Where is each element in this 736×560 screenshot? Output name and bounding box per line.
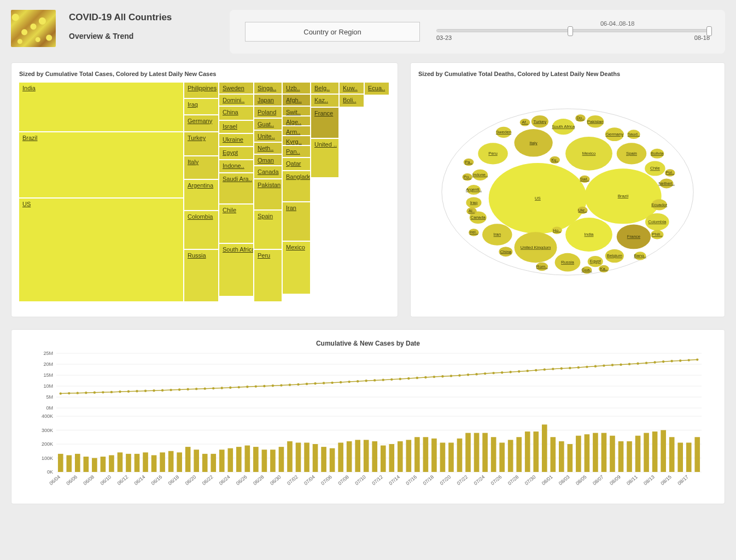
bubble-node[interactable]: Pol..	[665, 169, 675, 176]
treemap-cell[interactable]: Germany	[184, 115, 218, 132]
treemap-cell[interactable]: US	[19, 199, 183, 301]
date-range-slider[interactable]: 06-04..08-18 03-23 08-18	[436, 22, 710, 41]
treemap-cell[interactable]: Italy	[184, 156, 218, 179]
treemap-cell[interactable]: Iran	[283, 202, 310, 241]
treemap-cell[interactable]: Oman	[254, 155, 282, 166]
bubble-node[interactable]: Russia	[555, 253, 581, 272]
treemap-cell[interactable]: Neth..	[254, 143, 282, 154]
bubble-node[interactable]: Mexico	[565, 137, 612, 171]
treemap-cell[interactable]: Colombia	[184, 211, 218, 249]
treemap-cell[interactable]: Swit..	[283, 107, 310, 115]
treemap-cell[interactable]: Sweden	[219, 83, 253, 94]
treemap-cell[interactable]: Egypt	[219, 147, 253, 159]
treemap-cell[interactable]: Poland	[254, 107, 282, 118]
bubble-node[interactable]: Swi..	[580, 176, 590, 183]
treemap-cell[interactable]: China	[219, 107, 253, 120]
bubble-node[interactable]: France	[617, 224, 651, 249]
bubble-node[interactable]: Argenti..	[466, 185, 482, 195]
treemap-cell[interactable]: Iraq	[184, 99, 218, 114]
bubble-node[interactable]: Saud..	[627, 130, 640, 139]
treemap-panel: Sized by Cumulative Total Cases, Colored…	[11, 62, 398, 317]
bubble-node[interactable]: Egypt	[588, 256, 603, 267]
treemap-cell[interactable]: Banglade..	[283, 171, 310, 201]
treemap-cell[interactable]: Israel	[219, 121, 253, 133]
bubble-node[interactable]: Irel..	[469, 229, 479, 236]
bubble-node[interactable]: Chile	[645, 161, 665, 176]
slider-handle-right[interactable]	[706, 26, 712, 36]
bubble-node[interactable]: Pakistan	[587, 115, 604, 127]
treemap-chart[interactable]: IndiaBrazilUSPhilippinesIraqGermanyTurke…	[19, 83, 390, 301]
bubble-chart[interactable]: USBrazilMexicoIndiaUnited KingdomItalyFr…	[418, 83, 717, 301]
slider-track[interactable]	[436, 29, 710, 32]
bubble-node[interactable]: Iran	[482, 224, 512, 245]
bubble-node[interactable]: Turkey	[531, 115, 548, 127]
bubble-node[interactable]: Ky..	[550, 156, 560, 164]
treemap-cell[interactable]: Pakistan	[254, 179, 282, 209]
treemap-cell[interactable]: Unite..	[254, 131, 282, 142]
treemap-cell[interactable]: India	[19, 83, 183, 131]
treemap-cell[interactable]: Saudi Ara..	[219, 173, 253, 203]
bubble-node[interactable]: Pa..	[464, 159, 474, 166]
treemap-cell[interactable]: Kaz..	[311, 95, 338, 107]
treemap-cell[interactable]: Singa..	[254, 83, 282, 94]
treemap-cell[interactable]: Pan..	[283, 146, 310, 157]
treemap-cell[interactable]: Belg..	[311, 83, 338, 94]
slider-handle-left[interactable]	[568, 26, 573, 36]
treemap-cell[interactable]: Kuw..	[340, 83, 364, 94]
treemap-cell[interactable]: Spain	[254, 211, 282, 249]
bubble-node[interactable]: Po..	[462, 173, 472, 180]
treemap-cell[interactable]: France	[311, 108, 338, 138]
treemap-cell[interactable]: Ukraine	[219, 134, 253, 146]
bubble-node[interactable]: Do..	[575, 114, 586, 121]
combo-chart[interactable]: 0M5M10M15M20M25M0K100K200K300K400K06/040…	[21, 351, 715, 493]
treemap-cell[interactable]: Indone..	[219, 160, 253, 172]
treemap-cell[interactable]: Afgh..	[283, 95, 310, 106]
treemap-cell[interactable]: United ..	[311, 139, 338, 177]
treemap-cell[interactable]: Boli..	[340, 95, 364, 107]
bubble-node[interactable]: China	[499, 247, 512, 256]
bubble-node[interactable]: Bang..	[634, 252, 646, 260]
treemap-cell[interactable]: Arm..	[283, 126, 310, 135]
bubble-node[interactable]: Bolivia	[650, 149, 664, 159]
bubble-node[interactable]: Netherl..	[658, 178, 674, 188]
bubble-node[interactable]: United Kingdom	[515, 232, 557, 262]
bubble-node[interactable]: Iraq	[466, 197, 481, 208]
treemap-cell[interactable]: Chile	[219, 205, 253, 243]
bubble-node[interactable]: Phili..	[651, 230, 663, 240]
treemap-cell[interactable]: Kyrg..	[283, 136, 310, 145]
country-filter-button[interactable]: Country or Region	[245, 22, 420, 42]
treemap-cell[interactable]: Mexico	[283, 242, 310, 294]
bubble-node[interactable]: Peru	[478, 143, 508, 164]
treemap-cell[interactable]: Uzb..	[283, 83, 310, 94]
bubble-node[interactable]: South Africa	[552, 119, 575, 135]
bubble-node[interactable]: Gua..	[582, 266, 592, 273]
bubble-node[interactable]: Spain	[617, 143, 647, 164]
bubble-node[interactable]: Rom..	[536, 262, 548, 271]
bubble-node[interactable]: Af..	[520, 119, 530, 126]
bubble-node[interactable]: Colombia	[645, 213, 669, 230]
treemap-cell[interactable]: Guat..	[254, 119, 282, 130]
treemap-cell[interactable]: Philippines	[184, 83, 218, 98]
treemap-cell[interactable]: Canada	[254, 166, 282, 178]
bubble-node[interactable]: Ukr..	[577, 207, 588, 214]
treemap-cell[interactable]: South Africa	[219, 244, 253, 296]
treemap-cell[interactable]: Domini..	[219, 95, 253, 106]
bubble-node[interactable]: Sweden	[496, 127, 511, 138]
bubble-node[interactable]: Indone..	[472, 170, 488, 180]
bubble-node[interactable]: Belgium	[605, 249, 624, 263]
bubble-node[interactable]: Italy	[515, 129, 553, 157]
treemap-cell[interactable]: Brazil	[19, 132, 183, 197]
bubble-node[interactable]: Germany	[605, 127, 624, 141]
bubble-node[interactable]: India	[565, 218, 612, 252]
treemap-cell[interactable]: Peru	[254, 250, 282, 301]
bubble-node[interactable]: Al..	[466, 207, 477, 214]
treemap-cell[interactable]: Qatar	[283, 158, 310, 170]
treemap-cell[interactable]: Turkey	[184, 132, 218, 155]
treemap-cell[interactable]: Russia	[184, 250, 218, 301]
treemap-cell[interactable]: Ecua..	[365, 83, 389, 95]
bubble-node[interactable]: Ka..	[599, 265, 609, 272]
treemap-cell[interactable]: Alge..	[283, 116, 310, 125]
treemap-cell[interactable]: Argentina	[184, 180, 218, 209]
treemap-cell[interactable]: Japan	[254, 95, 282, 106]
bubble-node[interactable]: Ho..	[552, 226, 562, 234]
